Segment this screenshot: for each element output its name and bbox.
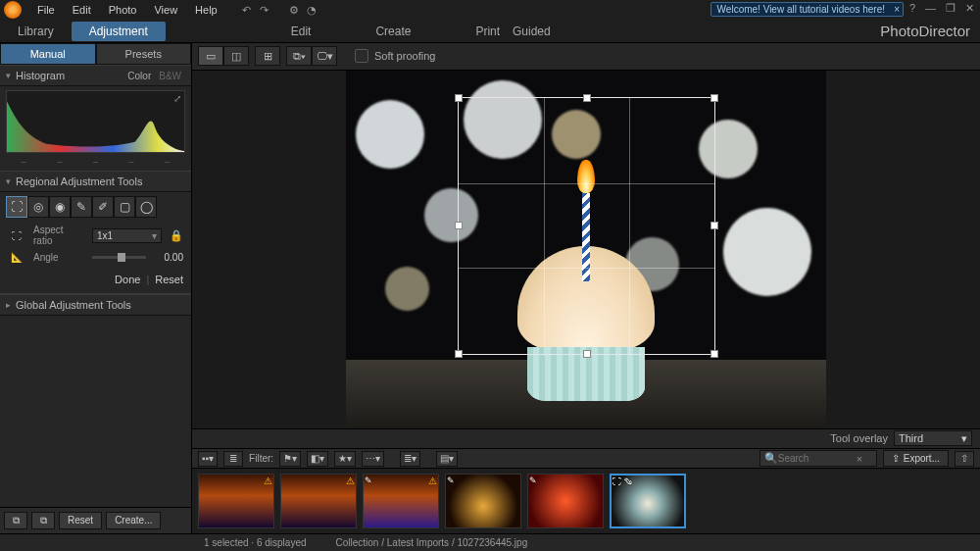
angle-slider[interactable] (92, 256, 146, 259)
crop-handle-br[interactable] (710, 350, 718, 358)
thumb-4[interactable]: ✎ (445, 474, 521, 528)
crop-tool-icon[interactable]: ⛶ (6, 196, 27, 218)
view-grid-icon[interactable]: ⊞ (255, 46, 280, 66)
export-button[interactable]: ⇪ Export... (883, 450, 949, 467)
tab-manual[interactable]: Manual (0, 43, 96, 65)
reset-button[interactable]: Reset (155, 274, 183, 285)
module-create[interactable]: Create (358, 22, 428, 41)
create-preset-button[interactable]: Create... (106, 512, 161, 529)
expand-icon[interactable]: ⤢ (173, 93, 181, 104)
menu-file[interactable]: File (29, 2, 63, 18)
minimize-icon[interactable]: — (923, 2, 938, 15)
filter-more-icon[interactable]: ⋯▾ (362, 451, 384, 467)
close-banner-icon[interactable]: × (894, 4, 900, 15)
edit-badge-icon: ⛶ ✎ (612, 476, 633, 486)
crop-handle-r[interactable] (710, 222, 718, 229)
thumb-2[interactable]: ⚠ (280, 474, 357, 528)
soft-proofing-checkbox[interactable] (355, 49, 368, 63)
crop-overlay[interactable] (458, 97, 715, 355)
warning-icon: ⚠ (264, 476, 272, 486)
histogram-display: ⤢ (6, 90, 185, 153)
paste-settings-icon[interactable]: ⧉ (31, 512, 55, 529)
welcome-banner[interactable]: Welcome! View all tutorial videos here! … (710, 2, 904, 17)
crop-handle-tl[interactable] (455, 94, 463, 102)
section-regional[interactable]: ▾ Regional Adjustment Tools (0, 171, 191, 192)
brand-label: PhotoDirector (880, 23, 970, 39)
status-bar: 1 selected · 6 displayed Collection / La… (0, 533, 980, 551)
cloud-icon[interactable]: ◔ (304, 2, 319, 18)
edit-badge-icon: ✎ (529, 476, 537, 485)
histogram-marks: ––––– (0, 157, 191, 171)
crop-handle-tr[interactable] (710, 94, 718, 102)
crop-handle-t[interactable] (583, 94, 591, 102)
menu-help[interactable]: Help (187, 2, 225, 18)
lock-icon[interactable]: 🔒 (170, 229, 183, 242)
film-view1-icon[interactable]: ▪▪▾ (198, 451, 218, 467)
aspect-ratio-select[interactable]: 1x1 (92, 228, 162, 243)
redo-icon[interactable]: ↷ (257, 2, 272, 18)
status-path: Collection / Latest Imports / 1027236445… (336, 537, 528, 548)
angle-value: 0.00 (154, 252, 183, 263)
status-selection: 1 selected · 6 displayed (204, 537, 307, 548)
warning-icon: ⚠ (428, 476, 437, 486)
tool-overlay-select[interactable]: Third (894, 430, 972, 446)
module-library[interactable]: Library (0, 22, 72, 41)
aspect-label: Aspect ratio (33, 225, 84, 246)
filter-label: Filter: (249, 453, 273, 464)
crop-handle-bl[interactable] (455, 350, 463, 358)
filter-flag-icon[interactable]: ⚑▾ (279, 451, 301, 467)
search-input[interactable] (778, 453, 857, 464)
undo-icon[interactable]: ↶ (239, 2, 255, 18)
spot-tool-icon[interactable]: ◎ (27, 196, 49, 218)
filter-label-icon[interactable]: ◧▾ (307, 451, 328, 467)
copy-settings-icon[interactable]: ⧉ (4, 512, 27, 529)
help-icon[interactable]: ? (907, 2, 917, 15)
share-icon[interactable]: ⇧ (955, 451, 974, 467)
radial-tool-icon[interactable]: ◯ (135, 196, 157, 218)
view-single-icon[interactable]: ▭ (198, 46, 223, 66)
menu-edit[interactable]: Edit (65, 2, 99, 18)
close-window-icon[interactable]: ✕ (963, 2, 976, 15)
thumb-5[interactable]: ✎ (527, 474, 604, 528)
tool-overlay-row: Tool overlay Third (192, 428, 980, 448)
crop-icon: ⛶ (8, 230, 25, 241)
module-edit[interactable]: Edit (273, 22, 329, 41)
gradient-tool-icon[interactable]: ▢ (114, 196, 135, 218)
maximize-icon[interactable]: ❐ (944, 2, 957, 15)
histogram-color-toggle[interactable]: Color (123, 71, 155, 81)
soft-proofing-label: Soft proofing (374, 50, 435, 62)
search-box[interactable]: 🔍 × (760, 450, 877, 467)
stack-icon[interactable]: ▤▾ (436, 451, 458, 467)
filter-rating-icon[interactable]: ★▾ (334, 451, 356, 467)
clear-search-icon[interactable]: × (857, 453, 862, 465)
film-view2-icon[interactable]: ≣ (223, 451, 243, 467)
thumb-1[interactable]: ⚠ (198, 474, 274, 528)
chevron-down-icon: ▾ (6, 71, 16, 80)
section-histogram[interactable]: ▾ Histogram Color B&W (0, 65, 191, 86)
view-compare-icon[interactable]: ◫ (223, 46, 249, 66)
crop-handle-b[interactable] (583, 350, 591, 358)
settings-icon[interactable]: ⚙ (286, 2, 302, 18)
thumb-3[interactable]: ✎⚠ (363, 474, 439, 528)
section-global[interactable]: ▸ Global Adjustment Tools (0, 294, 191, 316)
module-guided[interactable]: Guided (495, 22, 568, 41)
menu-photo[interactable]: Photo (101, 2, 145, 18)
image-canvas[interactable] (192, 71, 980, 428)
brush-tool-icon[interactable]: ✎ (71, 196, 92, 218)
thumb-6[interactable]: ⛶ ✎ (610, 474, 686, 528)
view-secondary-icon[interactable]: 🖵▾ (312, 46, 337, 66)
menu-view[interactable]: View (146, 2, 185, 18)
redeye-tool-icon[interactable]: ◉ (49, 196, 71, 218)
module-adjustment[interactable]: Adjustment (72, 22, 166, 41)
regional-title: Regional Adjustment Tools (16, 175, 142, 187)
reset-all-button[interactable]: Reset (59, 512, 102, 529)
histogram-bw-toggle[interactable]: B&W (155, 71, 185, 81)
done-button[interactable]: Done (115, 274, 140, 285)
view-mirror-icon[interactable]: ⧉▾ (286, 46, 312, 66)
tab-presets[interactable]: Presets (96, 43, 192, 65)
select-tool-icon[interactable]: ✐ (92, 196, 114, 218)
edit-badge-icon: ✎ (447, 476, 455, 485)
app-logo-icon (4, 1, 22, 19)
crop-handle-l[interactable] (455, 222, 463, 229)
sort-icon[interactable]: ≣▾ (400, 451, 420, 467)
